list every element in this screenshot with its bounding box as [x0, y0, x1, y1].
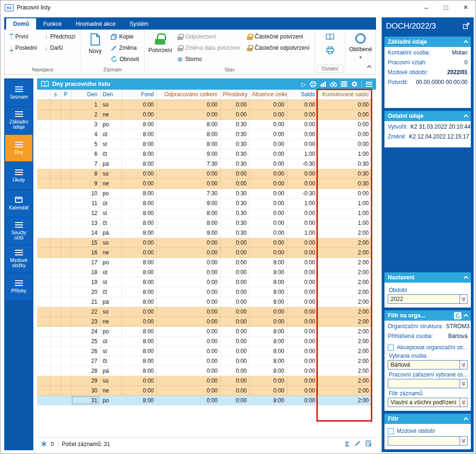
column-header-s[interactable]: s	[50, 90, 61, 100]
day-row-15[interactable]: 15so0:000:000:000:000:002:00	[37, 238, 371, 247]
cell-nazev[interactable]: čt	[100, 218, 122, 228]
cell-s[interactable]	[50, 149, 61, 159]
cell-prestavky[interactable]: 0:00	[220, 326, 249, 336]
grid-menu-button[interactable]	[366, 82, 372, 87]
cell-expander[interactable]	[37, 109, 50, 119]
cell-expander[interactable]	[37, 228, 50, 238]
cell-p[interactable]	[61, 129, 71, 139]
day-row-5[interactable]: 5st8:008:000:300:000:000:00	[37, 139, 371, 149]
cell-expander[interactable]	[37, 129, 50, 139]
cell-kumulovane[interactable]: 0:00	[318, 119, 371, 129]
cell-fond[interactable]: 8:00	[122, 139, 156, 149]
cell-s[interactable]	[50, 346, 61, 356]
collapse-icon[interactable]	[464, 276, 468, 281]
cell-absence[interactable]: 8:00	[249, 366, 287, 376]
cell-nazev[interactable]: so	[100, 307, 122, 316]
cell-den[interactable]: 2	[71, 109, 100, 119]
day-row-12[interactable]: 12st8:008:000:300:000:001:00	[37, 208, 371, 218]
maximize-button[interactable]: □	[436, 0, 456, 15]
cell-odpracovano[interactable]: 0:00	[156, 346, 220, 356]
cell-expander[interactable]	[37, 376, 50, 385]
cell-p[interactable]	[61, 307, 71, 316]
day-row-18[interactable]: 18út8:000:000:008:000:002:00	[37, 267, 371, 277]
day-row-7[interactable]: 7pá8:007:300:300:00-0:300:30	[37, 159, 371, 169]
cell-saldo[interactable]: 0:00	[287, 366, 318, 376]
cell-expander[interactable]	[37, 277, 50, 287]
cell-nazev[interactable]: st	[100, 139, 122, 149]
cell-absence[interactable]: 0:00	[249, 149, 287, 159]
cell-absence[interactable]: 0:00	[249, 159, 287, 169]
cell-expander[interactable]	[37, 307, 50, 316]
cell-absence[interactable]: 8:00	[249, 356, 287, 366]
close-button[interactable]: ×	[456, 0, 476, 15]
cell-absence[interactable]: 8:00	[249, 297, 287, 307]
day-row-11[interactable]: 11út8:009:000:300:001:001:00	[37, 198, 371, 208]
day-row-17[interactable]: 17po8:000:000:008:000:002:00	[37, 257, 371, 267]
cell-fond[interactable]: 8:00	[122, 366, 156, 376]
cell-prestavky[interactable]: 0:30	[220, 119, 249, 129]
cell-odpracovano[interactable]: 0:00	[156, 395, 220, 405]
cell-fond[interactable]: 8:00	[122, 395, 156, 405]
cell-kumulovane[interactable]: 2:00	[318, 277, 371, 287]
cell-p[interactable]	[61, 376, 71, 385]
cell-p[interactable]	[61, 188, 71, 198]
cell-s[interactable]	[50, 307, 61, 316]
cell-absence[interactable]: 8:00	[249, 336, 287, 346]
cell-expander[interactable]	[37, 159, 50, 169]
cell-saldo[interactable]: 0:00	[287, 109, 318, 119]
cell-nazev[interactable]: po	[100, 395, 122, 405]
cell-fond[interactable]: 8:00	[122, 336, 156, 346]
cell-saldo[interactable]: 0:00	[287, 238, 318, 247]
cell-prestavky[interactable]: 0:00	[220, 238, 249, 247]
cell-odpracovano[interactable]: 0:00	[156, 385, 220, 395]
cell-prestavky[interactable]: 0:00	[220, 366, 249, 376]
cell-expander[interactable]	[37, 316, 50, 326]
cell-absence[interactable]: 0:00	[249, 100, 287, 109]
cell-kumulovane[interactable]: 2:00	[318, 326, 371, 336]
grid-print-button[interactable]	[310, 81, 316, 87]
cell-odpracovano[interactable]: 0:00	[156, 326, 220, 336]
cell-expander[interactable]	[37, 100, 50, 109]
cell-p[interactable]	[61, 198, 71, 208]
cell-nazev[interactable]: so	[100, 238, 122, 247]
cell-odpracovano[interactable]: 8:00	[156, 119, 220, 129]
cell-den[interactable]: 24	[71, 326, 100, 336]
cell-kumulovane[interactable]: 2:00	[318, 238, 371, 247]
cell-saldo[interactable]: 0:00	[287, 346, 318, 356]
search-button[interactable]	[330, 81, 337, 87]
cell-saldo[interactable]: 0:00	[287, 287, 318, 297]
wage-period-checkbox[interactable]	[388, 428, 394, 434]
day-row-22[interactable]: 22so0:000:000:000:000:002:00	[37, 307, 371, 316]
cell-prestavky[interactable]: 0:30	[220, 218, 249, 228]
cell-absence[interactable]: 0:00	[249, 376, 287, 385]
cell-prestavky[interactable]: 0:00	[220, 385, 249, 395]
section-header-filtr[interactable]: Filtr	[384, 414, 471, 424]
cell-absence[interactable]: 8:00	[249, 267, 287, 277]
cell-odpracovano[interactable]: 0:00	[156, 287, 220, 297]
cell-kumulovane[interactable]: 2:00	[318, 247, 371, 257]
cell-p[interactable]	[61, 326, 71, 336]
cell-s[interactable]	[50, 119, 61, 129]
cell-den[interactable]: 27	[71, 356, 100, 366]
cell-expander[interactable]	[37, 247, 50, 257]
partial-confirm-button[interactable]: Částečné potvrzení	[244, 31, 307, 42]
cell-s[interactable]	[50, 198, 61, 208]
refresh-button[interactable]: Obnovit	[107, 54, 142, 65]
cell-fond[interactable]: 0:00	[122, 376, 156, 385]
cell-fond[interactable]: 0:00	[122, 169, 156, 178]
cell-kumulovane[interactable]: 2:00	[318, 287, 371, 297]
cell-expander[interactable]	[37, 178, 50, 188]
collapse-icon[interactable]	[464, 314, 468, 319]
day-row-3[interactable]: 3po8:008:000:300:000:000:00	[37, 119, 371, 129]
cell-den[interactable]: 14	[71, 228, 100, 238]
cell-kumulovane[interactable]: 0:00	[318, 100, 371, 109]
cell-den[interactable]: 3	[71, 119, 100, 129]
cell-fond[interactable]: 8:00	[122, 287, 156, 297]
cell-expander[interactable]	[37, 218, 50, 228]
column-header-odpracovano[interactable]: Odpracováno celkem	[156, 90, 220, 100]
cell-prestavky[interactable]: 0:30	[220, 139, 249, 149]
cell-s[interactable]	[50, 188, 61, 198]
cell-nazev[interactable]: čt	[100, 356, 122, 366]
cell-p[interactable]	[61, 277, 71, 287]
cell-fond[interactable]: 8:00	[122, 188, 156, 198]
